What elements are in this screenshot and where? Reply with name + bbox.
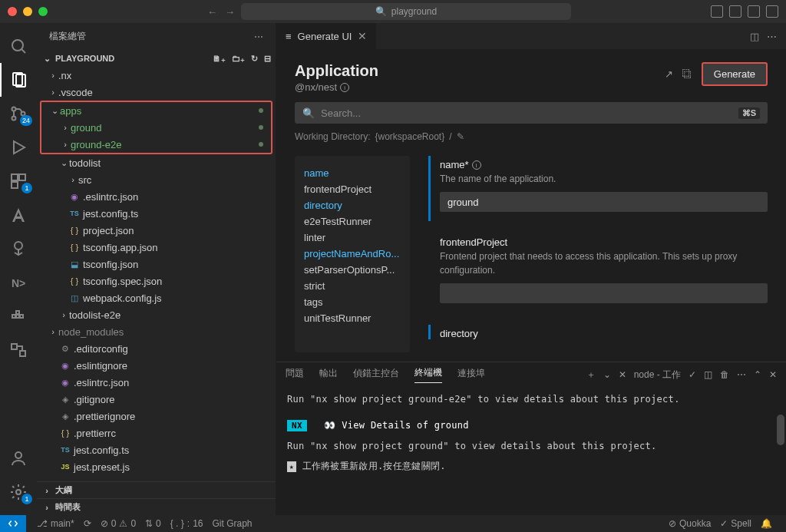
new-file-icon[interactable]: 🗎₊ bbox=[213, 54, 226, 64]
close-panel-icon[interactable]: ✕ bbox=[769, 369, 777, 380]
activity-docker[interactable] bbox=[0, 299, 37, 333]
scrollbar[interactable] bbox=[777, 415, 784, 445]
refresh-icon[interactable]: ↻ bbox=[251, 54, 258, 64]
more-icon[interactable]: ⋯ bbox=[737, 369, 746, 380]
nav-tags[interactable]: tags bbox=[304, 294, 401, 310]
tree-file[interactable]: ◫webpack.config.js bbox=[37, 289, 276, 306]
status-spell[interactable]: ✓Spell bbox=[715, 518, 756, 529]
search-input[interactable]: 🔍 Search... ⌘S bbox=[295, 102, 768, 124]
tree-file[interactable]: { }tsconfig.app.json bbox=[37, 239, 276, 256]
name-input[interactable] bbox=[440, 192, 768, 212]
layout-icon-3[interactable] bbox=[748, 5, 760, 18]
activity-settings[interactable]: 1 bbox=[0, 475, 37, 509]
nav-name[interactable]: name bbox=[304, 165, 401, 181]
tree-folder[interactable]: ›src bbox=[37, 171, 276, 188]
activity-search[interactable] bbox=[0, 29, 37, 63]
remote-button[interactable] bbox=[0, 515, 26, 532]
terminal-output[interactable]: Run "nx show project ground-e2e" to view… bbox=[276, 387, 786, 515]
split-editor-icon[interactable]: ◫ bbox=[750, 31, 759, 42]
tree-file[interactable]: TSjest.config.ts bbox=[37, 205, 276, 222]
tree-file[interactable]: ◉.eslintignore bbox=[37, 357, 276, 374]
nav-back-icon[interactable]: ← bbox=[207, 6, 217, 18]
status-branch[interactable]: ⎇main* bbox=[32, 518, 79, 529]
sidebar-more-icon[interactable]: ⋯ bbox=[254, 31, 263, 42]
tree-file[interactable]: { }tsconfig.spec.json bbox=[37, 273, 276, 289]
nav-directory[interactable]: directory bbox=[304, 197, 401, 213]
activity-scm[interactable]: 24 bbox=[0, 97, 37, 131]
close-window[interactable] bbox=[8, 7, 17, 16]
tools-icon[interactable]: ✕ bbox=[619, 369, 626, 380]
nav-linter[interactable]: linter bbox=[304, 230, 401, 246]
layout-icon-2[interactable] bbox=[729, 5, 741, 18]
tree-file[interactable]: ◉.eslintrc.json bbox=[37, 374, 276, 391]
split-terminal-icon[interactable]: ◫ bbox=[704, 369, 712, 380]
tree-folder[interactable]: ›.vscode bbox=[37, 84, 276, 101]
status-sync[interactable]: ⟳ bbox=[79, 518, 96, 529]
tree-folder[interactable]: ›todolist-e2e bbox=[37, 306, 276, 323]
copy-icon[interactable]: ⿻ bbox=[682, 68, 692, 80]
tree-folder-apps[interactable]: ⌄apps bbox=[41, 102, 271, 119]
tree-file[interactable]: ⬓tsconfig.json bbox=[37, 256, 276, 273]
new-terminal-icon[interactable]: ＋ bbox=[586, 368, 596, 382]
panel-debug-console[interactable]: 偵錯主控台 bbox=[353, 367, 399, 383]
nav-parser[interactable]: setParserOptionsP... bbox=[304, 262, 401, 278]
panel-terminal[interactable]: 終端機 bbox=[414, 366, 442, 383]
tree-file[interactable]: ◈.prettierignore bbox=[37, 408, 276, 425]
tree-folder[interactable]: ›.nx bbox=[37, 67, 276, 84]
tree-folder[interactable]: ⌄todolist bbox=[37, 154, 276, 171]
status-ports[interactable]: ⇅0 bbox=[140, 518, 166, 529]
activity-extensions[interactable]: 1 bbox=[0, 164, 37, 198]
command-center[interactable]: 🔍 playground bbox=[241, 3, 571, 20]
activity-a[interactable] bbox=[0, 198, 37, 232]
zoom-window[interactable] bbox=[38, 7, 48, 16]
nav-forward-icon[interactable]: → bbox=[225, 6, 235, 18]
edit-icon[interactable]: ✎ bbox=[457, 131, 464, 142]
tree-folder-ground[interactable]: ›ground bbox=[41, 119, 271, 136]
nav-frontend[interactable]: frontendProject bbox=[304, 181, 401, 197]
panel-problems[interactable]: 問題 bbox=[286, 367, 304, 383]
status-problems[interactable]: ⊘0 ⚠0 bbox=[96, 518, 140, 529]
tree-file[interactable]: ⚙.editorconfig bbox=[37, 340, 276, 357]
terminal-dropdown-icon[interactable]: ⌄ bbox=[603, 369, 611, 380]
new-folder-icon[interactable]: 🗀₊ bbox=[232, 54, 245, 64]
layout-icon-1[interactable] bbox=[711, 5, 723, 18]
panel-ports[interactable]: 連接埠 bbox=[457, 367, 485, 383]
nav-projname[interactable]: projectNameAndRo... bbox=[304, 246, 401, 262]
activity-nx[interactable]: N> bbox=[0, 266, 37, 299]
nav-strict[interactable]: strict bbox=[304, 278, 401, 294]
trash-icon[interactable]: 🗑 bbox=[720, 369, 729, 380]
frontend-input[interactable] bbox=[440, 283, 768, 303]
activity-github[interactable] bbox=[0, 232, 37, 266]
info-icon[interactable]: i bbox=[472, 160, 481, 170]
outline-section[interactable]: ›大綱 bbox=[37, 481, 276, 498]
info-icon[interactable]: i bbox=[340, 83, 349, 92]
panel-output[interactable]: 輸出 bbox=[319, 367, 338, 383]
nav-unit[interactable]: unitTestRunner bbox=[304, 310, 401, 326]
status-quokka[interactable]: ⊘Quokka bbox=[664, 518, 715, 529]
maximize-icon[interactable]: ⌃ bbox=[754, 369, 761, 380]
close-icon[interactable]: ✕ bbox=[358, 30, 367, 42]
tree-folder[interactable]: ›node_modules bbox=[37, 323, 276, 340]
tab-generate-ui[interactable]: ≡ Generate UI ✕ bbox=[276, 23, 377, 50]
generate-button[interactable]: Generate bbox=[702, 62, 768, 86]
activity-remote[interactable] bbox=[0, 333, 37, 367]
minimize-window[interactable] bbox=[23, 7, 32, 16]
open-external-icon[interactable]: ↗ bbox=[665, 68, 673, 80]
tree-file[interactable]: JSjest.preset.js bbox=[37, 458, 276, 475]
section-header[interactable]: ⌄ PLAYGROUND 🗎₊ 🗀₊ ↻ ⊟ bbox=[37, 50, 276, 67]
tree-file[interactable]: ◈.gitignore bbox=[37, 391, 276, 408]
status-bell-icon[interactable]: 🔔 bbox=[756, 518, 777, 529]
activity-debug[interactable] bbox=[0, 131, 37, 164]
collapse-icon[interactable]: ⊟ bbox=[264, 54, 271, 64]
more-icon[interactable]: ⋯ bbox=[767, 31, 777, 42]
tree-file[interactable]: TSjest.config.ts bbox=[37, 441, 276, 458]
tree-folder-ground-e2e[interactable]: ›ground-e2e bbox=[41, 136, 271, 153]
status-git-graph[interactable]: Git Graph bbox=[207, 518, 256, 529]
tree-file[interactable]: ◉.eslintrc.json bbox=[37, 188, 276, 205]
activity-explorer[interactable] bbox=[0, 63, 37, 97]
tree-file[interactable]: { }.prettierrc bbox=[37, 425, 276, 441]
timeline-section[interactable]: ›時間表 bbox=[37, 498, 276, 515]
layout-icon-4[interactable] bbox=[766, 5, 778, 18]
status-braces[interactable]: { . }:16 bbox=[166, 518, 208, 529]
tree-file[interactable]: { }project.json bbox=[37, 222, 276, 239]
